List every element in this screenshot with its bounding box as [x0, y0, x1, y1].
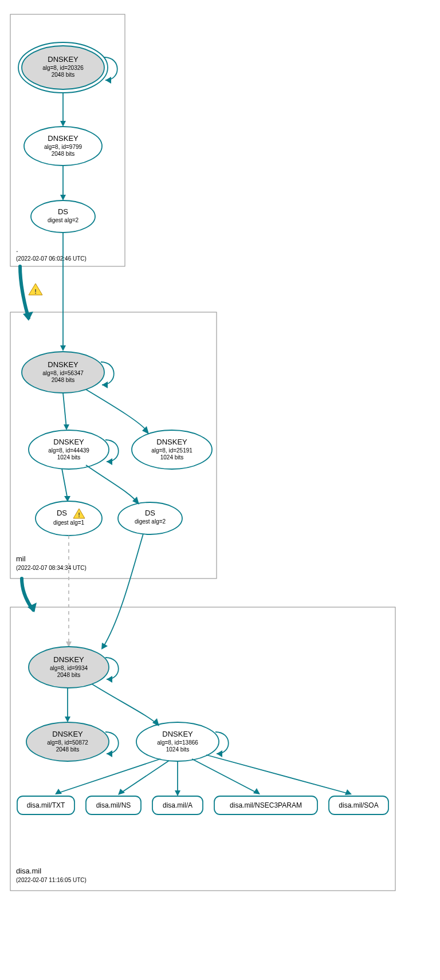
svg-text:!: ! — [34, 288, 37, 295]
record-nsec3: disa.mil/NSEC3PARAM — [214, 796, 317, 814]
svg-text:2048 bits: 2048 bits — [52, 72, 75, 78]
svg-text:2048 bits: 2048 bits — [52, 151, 75, 157]
svg-text:disa.mil/NSEC3PARAM: disa.mil/NSEC3PARAM — [230, 801, 302, 809]
svg-text:alg=8, id=56347: alg=8, id=56347 — [42, 370, 84, 376]
svg-text:alg=8, id=13866: alg=8, id=13866 — [157, 739, 198, 746]
svg-text:1024 bits: 1024 bits — [57, 454, 81, 461]
svg-text:DS: DS — [58, 207, 68, 216]
record-soa: disa.mil/SOA — [329, 796, 388, 814]
svg-point-33 — [36, 501, 102, 536]
zone-time-disa: (2022-02-07 11:16:05 UTC) — [16, 877, 87, 883]
svg-marker-15 — [23, 312, 33, 321]
svg-marker-57 — [107, 750, 112, 757]
svg-text:2048 bits: 2048 bits — [57, 672, 81, 678]
svg-text:DNSKEY: DNSKEY — [156, 438, 187, 446]
svg-text:DNSKEY: DNSKEY — [48, 134, 78, 143]
svg-text:disa.mil/TXT: disa.mil/TXT — [27, 801, 65, 809]
node-mil-zsk1: DNSKEY alg=8, id=44439 1024 bits — [29, 430, 119, 469]
svg-marker-28 — [107, 458, 112, 465]
svg-marker-76 — [118, 789, 125, 795]
svg-text:alg=8, id=44439: alg=8, id=44439 — [48, 447, 89, 454]
zone-label-disa: disa.mil — [16, 867, 41, 875]
svg-text:2048 bits: 2048 bits — [56, 746, 80, 753]
svg-text:2048 bits: 2048 bits — [52, 377, 75, 383]
svg-text:alg=8, id=25191: alg=8, id=25191 — [151, 447, 192, 454]
node-root-ksk: DNSKEY alg=8, id=20326 2048 bits — [18, 42, 117, 93]
svg-text:disa.mil/SOA: disa.mil/SOA — [339, 801, 378, 809]
node-disa-ksk: DNSKEY alg=8, id=9934 2048 bits — [29, 647, 119, 688]
dnssec-diagram: . (2022-02-07 06:02:46 UTC) mil (2022-02… — [0, 0, 440, 980]
zone-label-mil: mil — [16, 554, 26, 563]
svg-text:digest alg=2: digest alg=2 — [135, 518, 166, 525]
svg-text:1024 bits: 1024 bits — [160, 454, 184, 461]
node-disa-k2: DNSKEY alg=8, id=50872 2048 bits — [26, 722, 119, 761]
svg-marker-79 — [345, 789, 352, 795]
svg-marker-14 — [60, 195, 66, 200]
svg-marker-18 — [60, 345, 66, 351]
svg-text:digest alg=2: digest alg=2 — [48, 217, 79, 223]
svg-text:alg=8, id=9799: alg=8, id=9799 — [44, 144, 82, 150]
record-ns: disa.mil/NS — [86, 796, 141, 814]
zone-time-mil: (2022-02-07 08:34:34 UTC) — [16, 565, 87, 571]
zone-label-root: . — [16, 245, 18, 254]
svg-marker-62 — [217, 750, 222, 757]
svg-text:DNSKEY: DNSKEY — [48, 55, 78, 64]
svg-text:alg=8, id=20326: alg=8, id=20326 — [42, 65, 84, 71]
svg-text:disa.mil/A: disa.mil/A — [163, 801, 192, 809]
node-root-ds: DS digest alg=2 — [31, 200, 95, 233]
svg-text:DNSKEY: DNSKEY — [53, 438, 84, 446]
svg-text:!: ! — [78, 511, 80, 518]
svg-text:DNSKEY: DNSKEY — [53, 655, 84, 664]
svg-text:alg=8, id=50872: alg=8, id=50872 — [47, 739, 88, 746]
node-mil-ds2: DS digest alg=2 — [118, 502, 182, 534]
svg-marker-13 — [60, 121, 66, 127]
svg-marker-5 — [105, 77, 111, 84]
svg-text:DNSKEY: DNSKEY — [52, 730, 83, 738]
svg-text:DNSKEY: DNSKEY — [162, 730, 193, 738]
svg-point-10 — [31, 200, 95, 233]
node-root-zsk: DNSKEY alg=8, id=9799 2048 bits — [24, 127, 102, 166]
svg-text:alg=8, id=9934: alg=8, id=9934 — [50, 665, 88, 671]
record-a: disa.mil/A — [152, 796, 203, 814]
svg-text:disa.mil/NS: disa.mil/NS — [96, 801, 131, 809]
svg-text:digest alg=1: digest alg=1 — [53, 519, 85, 526]
svg-marker-52 — [107, 676, 112, 683]
svg-text:1024 bits: 1024 bits — [166, 746, 190, 753]
svg-marker-47 — [101, 643, 108, 650]
record-txt: disa.mil/TXT — [17, 796, 74, 814]
node-mil-zsk2: DNSKEY alg=8, id=25191 1024 bits — [132, 430, 212, 469]
node-disa-zsk: DNSKEY alg=8, id=13866 1024 bits — [136, 722, 229, 761]
svg-marker-41 — [64, 424, 69, 430]
node-mil-ksk: DNSKEY alg=8, id=56347 2048 bits — [22, 352, 114, 393]
svg-text:DS: DS — [145, 509, 155, 517]
svg-text:DS: DS — [57, 509, 67, 517]
svg-marker-77 — [175, 790, 180, 796]
svg-marker-23 — [102, 381, 108, 388]
svg-marker-63 — [65, 717, 70, 722]
warning-icon: ! — [29, 284, 42, 295]
node-mil-ds1: DS ! digest alg=1 — [36, 501, 102, 536]
svg-text:DNSKEY: DNSKEY — [48, 360, 78, 369]
zone-time-root: (2022-02-07 06:02:46 UTC) — [16, 255, 87, 262]
